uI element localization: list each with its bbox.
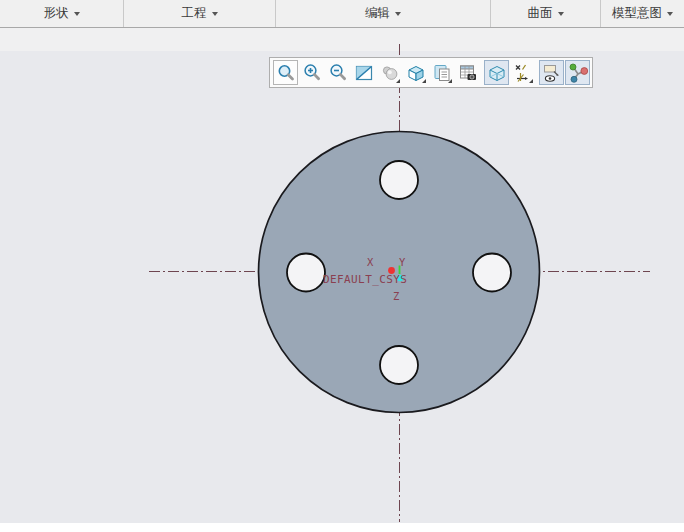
menu-item-label: 编辑 bbox=[365, 5, 390, 22]
model-view bbox=[0, 51, 684, 523]
cad-window: 形状 工程 编辑 曲面 模型意图 bbox=[0, 0, 684, 532]
graphics-toolbar bbox=[269, 57, 593, 88]
spin-center-button[interactable] bbox=[565, 60, 590, 85]
display-style-button[interactable] bbox=[403, 60, 428, 85]
menu-item-edit[interactable]: 编辑 bbox=[276, 0, 491, 27]
menu-item-engineering[interactable]: 工程 bbox=[124, 0, 276, 27]
menu-bar: 形状 工程 编辑 曲面 模型意图 bbox=[0, 0, 684, 28]
dropdown-corner-icon bbox=[448, 79, 452, 83]
bolt-hole-top bbox=[380, 161, 418, 199]
zoom-fit-button[interactable] bbox=[273, 60, 298, 85]
dropdown-corner-icon bbox=[396, 79, 400, 83]
bolt-hole-bottom bbox=[380, 346, 418, 384]
chevron-down-icon bbox=[667, 12, 673, 16]
menu-item-shape[interactable]: 形状 bbox=[0, 0, 124, 27]
transparent-display-button[interactable] bbox=[484, 60, 509, 85]
csys-label[interactable]: DEFAULT_CSYS bbox=[323, 273, 407, 286]
ribbon-empty-strip bbox=[0, 28, 684, 51]
repaint-button[interactable] bbox=[351, 60, 376, 85]
zoom-in-icon bbox=[301, 62, 323, 84]
menu-item-surface[interactable]: 曲面 bbox=[491, 0, 601, 27]
chevron-down-icon bbox=[395, 12, 401, 16]
annotation-display-button[interactable] bbox=[539, 60, 564, 85]
status-bar bbox=[0, 523, 684, 532]
bolt-hole-right bbox=[473, 254, 511, 292]
annotation-display-icon bbox=[541, 62, 563, 84]
datum-display-filters-button[interactable] bbox=[510, 60, 535, 85]
shading-style-button[interactable] bbox=[377, 60, 402, 85]
menu-item-label: 形状 bbox=[44, 5, 69, 22]
bolt-hole-left bbox=[287, 254, 325, 292]
spin-center-icon bbox=[567, 62, 589, 84]
axis-y-label: Y bbox=[399, 256, 405, 268]
zoom-out-button[interactable] bbox=[325, 60, 350, 85]
axis-z-label: Z bbox=[393, 290, 399, 302]
menu-item-label: 模型意图 bbox=[612, 5, 662, 22]
transparent-display-icon bbox=[486, 62, 508, 84]
chevron-down-icon bbox=[212, 12, 218, 16]
zoom-in-button[interactable] bbox=[299, 60, 324, 85]
dropdown-corner-icon bbox=[529, 79, 533, 83]
axis-x-label: X bbox=[367, 256, 373, 268]
view-manager-button[interactable] bbox=[455, 60, 480, 85]
dropdown-corner-icon bbox=[422, 79, 426, 83]
chevron-down-icon bbox=[558, 12, 564, 16]
saved-views-button[interactable] bbox=[429, 60, 454, 85]
zoom-fit-icon bbox=[275, 62, 297, 84]
menu-item-model-intent[interactable]: 模型意图 bbox=[601, 0, 684, 27]
graphics-area[interactable]: DEFAULT_CSYS X Y Z bbox=[0, 51, 684, 523]
menu-item-label: 曲面 bbox=[528, 5, 553, 22]
menu-item-label: 工程 bbox=[182, 5, 207, 22]
view-manager-icon bbox=[457, 62, 479, 84]
repaint-icon bbox=[353, 62, 375, 84]
zoom-out-icon bbox=[327, 62, 349, 84]
chevron-down-icon bbox=[74, 12, 80, 16]
